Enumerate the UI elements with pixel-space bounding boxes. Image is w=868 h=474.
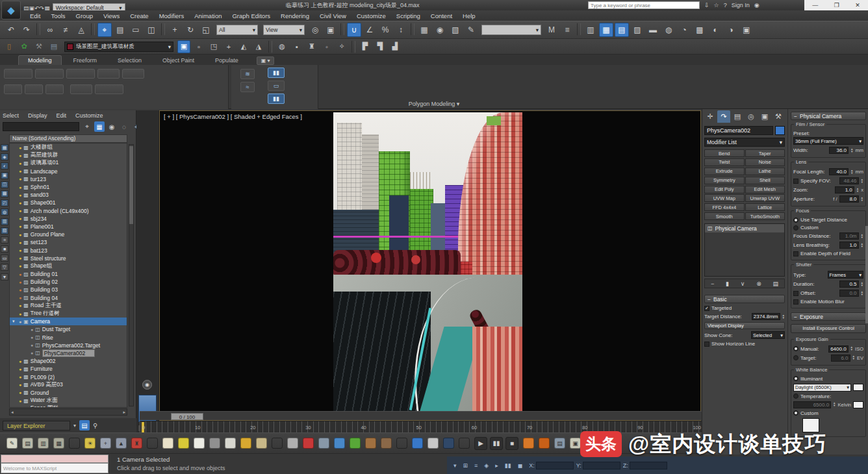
expand-arrow-icon[interactable]: ▾: [12, 319, 17, 324]
ribbon-button[interactable]: [95, 84, 123, 94]
scene-object-row[interactable]: ● ▩ Ground: [10, 389, 127, 397]
scene-object-row[interactable]: ● ▨ Building 01: [10, 270, 127, 278]
scroll-right-icon[interactable]: ▸: [123, 410, 125, 415]
toolbar-icon[interactable]: ◱: [199, 23, 213, 37]
toolbar-icon[interactable]: ▦: [417, 23, 431, 37]
modifier-button[interactable]: Unwrap UVW: [745, 194, 785, 202]
toolbar-icon[interactable]: ▦: [599, 23, 613, 37]
toolbar-icon[interactable]: ⌖: [97, 23, 112, 37]
status-icon[interactable]: ⊞: [463, 462, 468, 469]
visibility-bulb-icon[interactable]: ●: [19, 177, 21, 181]
ribbon-button[interactable]: [4, 84, 22, 94]
rollout-header[interactable]: −Basic: [704, 295, 785, 303]
visibility-bulb-icon[interactable]: ●: [19, 359, 21, 364]
script-toolbar-icon[interactable]: [162, 438, 173, 449]
modifier-button[interactable]: Lattice: [745, 203, 785, 211]
scene-explorer-menu[interactable]: Display: [28, 112, 47, 119]
toolbar-icon[interactable]: ▥: [583, 23, 598, 37]
scene-object-row[interactable]: ● ▩ sbj234: [10, 215, 127, 223]
rollout-header[interactable]: −Physical Camera: [791, 112, 866, 120]
exposure-rollout-header[interactable]: −Exposure: [791, 312, 866, 321]
spinner-arrows[interactable]: ▲▼: [856, 188, 859, 193]
star-icon[interactable]: ☆: [714, 2, 719, 8]
script-toolbar-icon[interactable]: [69, 438, 80, 449]
scene-explorer-menu[interactable]: Select: [3, 112, 19, 119]
script-toolbar-icon[interactable]: [523, 438, 534, 449]
script-toolbar-icon[interactable]: [396, 438, 407, 449]
toolbar-icon[interactable]: [340, 23, 344, 36]
visibility-bulb-icon[interactable]: ●: [19, 216, 21, 221]
toolbar-icon[interactable]: ▫: [192, 40, 205, 53]
script-toolbar-icon[interactable]: [287, 438, 298, 449]
visibility-bulb-icon[interactable]: ●: [19, 399, 21, 403]
script-toolbar-icon[interactable]: [334, 438, 345, 449]
install-exposure-button[interactable]: Install Exposure Control: [791, 324, 866, 333]
scene-object-row[interactable]: ● ◫ PhysCamera002.Target: [10, 342, 127, 349]
toolbar-icon[interactable]: ▩: [693, 23, 707, 37]
dof-checkbox[interactable]: [793, 251, 798, 256]
command-panel-tab[interactable]: ↷: [717, 110, 730, 123]
manual-exposure-radio[interactable]: [793, 346, 798, 351]
scene-object-row[interactable]: ● ▩ tur123: [10, 175, 127, 183]
spinner-arrows[interactable]: ▲▼: [861, 282, 863, 287]
spinner-arrows[interactable]: ▲▼: [852, 355, 855, 360]
menu-item[interactable]: Civil View: [314, 12, 351, 19]
modifier-button[interactable]: Taper: [745, 149, 785, 157]
menu-item[interactable]: Views: [98, 12, 125, 19]
spinner-arrows[interactable]: ▲▼: [850, 148, 853, 153]
stack-item[interactable]: ◫Physical Camera: [705, 224, 784, 232]
script-toolbar-icon[interactable]: [428, 438, 439, 449]
scene-object-row[interactable]: ▾ ● ▣ Camera: [10, 318, 127, 325]
toolbar-icon[interactable]: ◑: [724, 23, 738, 37]
scene-object-row[interactable]: ● ▩ 大楼群组: [10, 143, 127, 151]
script-toolbar-icon[interactable]: [256, 438, 267, 449]
spinner-arrows[interactable]: ▲▼: [861, 291, 863, 296]
scene-object-row[interactable]: ● ▩ Plane001: [10, 223, 127, 231]
illuminant-radio[interactable]: [793, 376, 798, 381]
scene-object-row[interactable]: ● ▨ Building 03: [10, 286, 127, 293]
display-filter-icon[interactable]: ▭: [1, 255, 8, 262]
visibility-bulb-icon[interactable]: ●: [19, 256, 21, 260]
modifier-button[interactable]: Noise: [745, 158, 785, 166]
visibility-bulb-icon[interactable]: ●: [19, 193, 21, 197]
status-icon[interactable]: ▾: [453, 462, 457, 469]
toolbar-icon[interactable]: %: [378, 23, 392, 37]
horizon-checkbox[interactable]: [704, 342, 709, 347]
manual-iso-input[interactable]: 6400.0: [828, 345, 848, 353]
illuminant-color-swatch[interactable]: [853, 384, 863, 391]
modifier-button[interactable]: Edit Mesh: [745, 186, 785, 193]
scene-explorer-scrollbar[interactable]: [129, 144, 134, 406]
toolbar-icon[interactable]: ◬: [74, 23, 88, 37]
stack-tool-icon[interactable]: −: [711, 281, 714, 287]
menu-item[interactable]: Customize: [351, 12, 391, 19]
scene-object-row[interactable]: ● ▩ Landscape: [10, 168, 127, 175]
scene-object-row[interactable]: ● ▩ Road 主干道: [10, 302, 127, 310]
search-icon[interactable]: ⇩: [704, 2, 709, 8]
ribbon-tab[interactable]: Freeform: [64, 56, 107, 65]
illuminant-dropdown[interactable]: Daylight (6500K)▾: [793, 384, 851, 392]
playback-button[interactable]: ▮▮: [490, 437, 503, 450]
toolbar-icon[interactable]: ∪: [347, 23, 361, 37]
status-icon[interactable]: ▮▮: [505, 462, 511, 469]
selection-filter-dropdown[interactable]: All▾: [216, 25, 258, 35]
toolbar-icon[interactable]: ∞: [43, 23, 57, 37]
toolbar-icon[interactable]: ◔: [677, 23, 691, 37]
visibility-bulb-icon[interactable]: ●: [19, 161, 21, 166]
target-distance-input[interactable]: 2374.8mm: [752, 313, 780, 320]
script-toolbar-icon[interactable]: ▣: [570, 438, 581, 449]
scene-object-row[interactable]: ● ◫ Dust Target: [10, 325, 127, 333]
stack-tool-icon[interactable]: ▤: [773, 281, 779, 287]
script-toolbar-icon[interactable]: [194, 438, 205, 449]
scene-object-row[interactable]: ● ▩ sand03: [10, 191, 127, 199]
visibility-bulb-icon[interactable]: ●: [19, 406, 21, 408]
toolbar-icon[interactable]: ◉: [433, 23, 447, 37]
scene-object-row[interactable]: ● ▩ Arch model (CL49x400): [10, 207, 127, 215]
script-toolbar-icon[interactable]: [365, 438, 376, 449]
menu-item[interactable]: Rendering: [275, 12, 314, 19]
toolbar-icon[interactable]: ▣: [739, 23, 754, 37]
menu-item[interactable]: Scripting: [391, 12, 426, 19]
stack-tool-icon[interactable]: ▮: [726, 281, 729, 287]
visibility-bulb-icon[interactable]: ●: [19, 224, 21, 229]
ribbon-button[interactable]: ≈: [240, 82, 255, 92]
scene-object-row[interactable]: ● ▩ Water 水面: [10, 397, 127, 405]
